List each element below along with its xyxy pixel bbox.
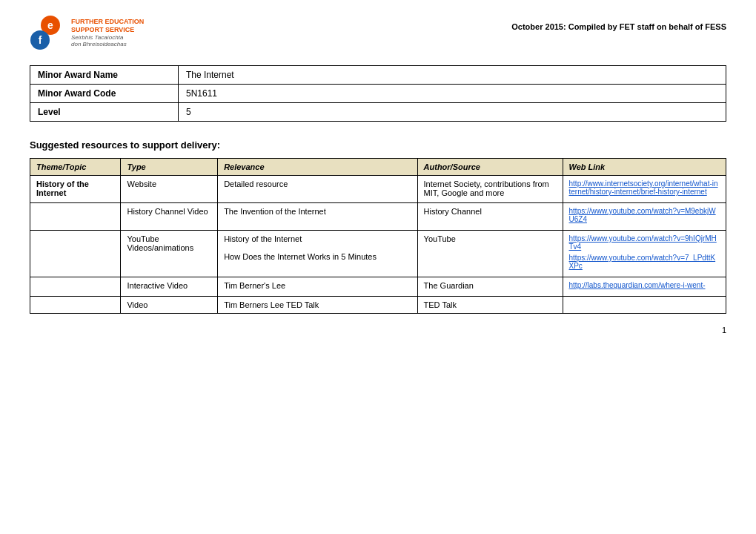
- cell-link: http://www.internetsociety.org/internet/…: [563, 176, 726, 203]
- web-link[interactable]: https://www.youtube.com/watch?v=7_LPdttK…: [569, 254, 720, 270]
- cell-relevance: The Invention of the Internet: [218, 203, 417, 231]
- org-name-line1: FURTHER EDUCATION: [71, 18, 144, 26]
- cell-theme: [30, 277, 121, 297]
- org-name-line2: SUPPORT SERVICE: [71, 26, 144, 34]
- compiled-by-text: October 2015: Compiled by FET staff on b…: [511, 22, 726, 31]
- cell-theme: [30, 203, 121, 231]
- cell-relevance: Tim Berners Lee TED Talk: [218, 297, 417, 314]
- cell-author: The Guardian: [417, 277, 563, 297]
- cell-type: Website: [121, 176, 218, 203]
- web-link[interactable]: https://www.youtube.com/watch?v=M9ebkjWU…: [569, 207, 720, 223]
- info-value: 5: [179, 103, 726, 122]
- info-table-row: Minor Award NameThe Internet: [30, 66, 726, 85]
- cell-type: Video: [121, 297, 218, 314]
- cell-type: Interactive Video: [121, 277, 218, 297]
- table-header-row: Theme/Topic Type Relevance Author/Source…: [30, 159, 726, 176]
- cell-author: TED Talk: [417, 297, 563, 314]
- page-header: e f FURTHER EDUCATION SUPPORT SERVICE Se…: [30, 15, 726, 50]
- cell-type: YouTube Videos/animations: [121, 231, 218, 277]
- col-header-author: Author/Source: [417, 159, 563, 176]
- cell-link: http://labs.theguardian.com/where-i-went…: [563, 277, 726, 297]
- info-table-row: Level5: [30, 103, 726, 122]
- web-link[interactable]: https://www.youtube.com/watch?v=9hIQjrMH…: [569, 234, 720, 251]
- info-label: Level: [30, 103, 179, 122]
- cell-theme: [30, 297, 121, 314]
- info-table-row: Minor Award Code5N1611: [30, 85, 726, 103]
- col-header-relevance: Relevance: [218, 159, 417, 176]
- info-label: Minor Award Code: [30, 85, 179, 103]
- cell-author: History Channel: [417, 203, 563, 231]
- cell-type: History Channel Video: [121, 203, 218, 231]
- info-table: Minor Award NameThe InternetMinor Award …: [30, 65, 726, 122]
- page-number: 1: [30, 326, 726, 334]
- cell-link: https://www.youtube.com/watch?v=M9ebkjWU…: [563, 203, 726, 231]
- org-subtitle-line4: don Bhreisoideachas: [71, 41, 144, 47]
- table-row: VideoTim Berners Lee TED TalkTED Talk: [30, 297, 726, 314]
- cell-theme: [30, 231, 121, 277]
- cell-relevance: Tim Berner's Lee: [218, 277, 417, 297]
- info-value: The Internet: [179, 66, 726, 85]
- logo-text: FURTHER EDUCATION SUPPORT SERVICE Seirbh…: [71, 18, 144, 47]
- col-header-type: Type: [121, 159, 218, 176]
- table-row: Interactive VideoTim Berner's LeeThe Gua…: [30, 277, 726, 297]
- svg-text:e: e: [47, 19, 53, 31]
- table-row: History Channel VideoThe Invention of th…: [30, 203, 726, 231]
- logo-area: e f FURTHER EDUCATION SUPPORT SERVICE Se…: [30, 15, 144, 50]
- resource-table: Theme/Topic Type Relevance Author/Source…: [30, 158, 726, 314]
- cell-relevance: Detailed resource: [218, 176, 417, 203]
- cell-author: YouTube: [417, 231, 563, 277]
- cell-link: https://www.youtube.com/watch?v=9hIQjrMH…: [563, 231, 726, 277]
- table-row: YouTube Videos/animationsHistory of the …: [30, 231, 726, 277]
- table-row: History of the InternetWebsiteDetailed r…: [30, 176, 726, 203]
- fess-logo-icon: e f: [30, 15, 65, 50]
- col-header-link: Web Link: [563, 159, 726, 176]
- cell-theme: History of the Internet: [30, 176, 121, 203]
- info-label: Minor Award Name: [30, 66, 179, 85]
- web-link[interactable]: http://www.internetsociety.org/internet/…: [569, 179, 720, 196]
- web-link[interactable]: http://labs.theguardian.com/where-i-went…: [569, 281, 720, 289]
- cell-relevance: History of the InternetHow Does the Inte…: [218, 231, 417, 277]
- cell-link: [563, 297, 726, 314]
- info-value: 5N1611: [179, 85, 726, 103]
- cell-author: Internet Society, contributions from MIT…: [417, 176, 563, 203]
- col-header-theme: Theme/Topic: [30, 159, 121, 176]
- section-heading: Suggested resources to support delivery:: [30, 139, 726, 151]
- org-subtitle-line3: Seirbhís Tacaíochta: [71, 34, 144, 41]
- svg-text:f: f: [39, 34, 42, 46]
